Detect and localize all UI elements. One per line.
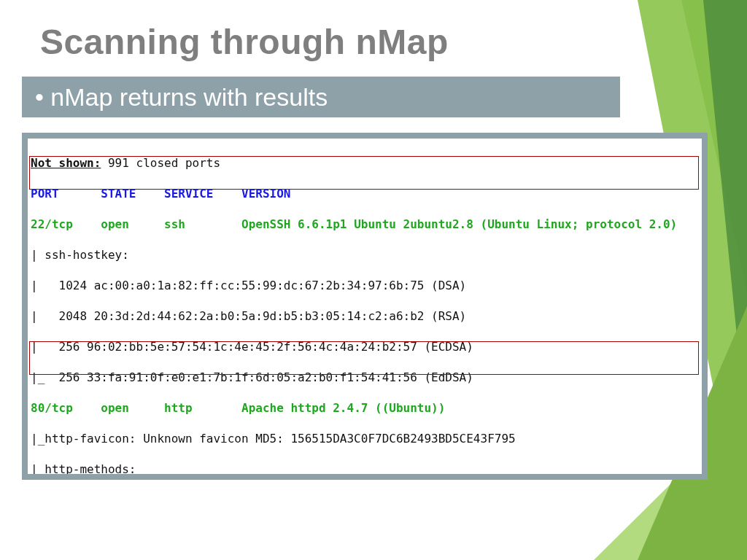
state-22: open bbox=[101, 217, 129, 231]
not-shown-label: Not shown: bbox=[31, 156, 101, 170]
terminal-container: Not shown: 991 closed ports PORT STATE S… bbox=[22, 133, 708, 480]
col-version: VERSION bbox=[241, 187, 290, 201]
http-methods-label: | http-methods: bbox=[31, 462, 699, 474]
terminal-output: Not shown: 991 closed ports PORT STATE S… bbox=[28, 139, 702, 474]
port-22: 22/tcp bbox=[31, 217, 73, 231]
col-port: PORT bbox=[31, 187, 59, 201]
state-80: open bbox=[101, 401, 129, 415]
slide-title: Scanning through nMap bbox=[40, 22, 449, 62]
svc-22: ssh bbox=[164, 217, 185, 231]
ssh-key-dsa: | 1024 ac:00:a0:1a:82:ff:cc:55:99:dc:67:… bbox=[31, 278, 699, 293]
ssh-key-eddsa: |_ 256 33:fa:91:0f:e0:e1:7b:1f:6d:05:a2:… bbox=[31, 370, 699, 385]
svg-marker-2 bbox=[703, 0, 747, 438]
slide: Scanning through nMap • nMap returns wit… bbox=[0, 0, 747, 560]
ssh-key-rsa: | 2048 20:3d:2d:44:62:2a:b0:5a:9d:b5:b3:… bbox=[31, 308, 699, 324]
not-shown-value: 991 closed ports bbox=[101, 156, 220, 170]
port-80: 80/tcp bbox=[31, 401, 73, 415]
ver-22: OpenSSH 6.6.1p1 Ubuntu 2ubuntu2.8 (Ubunt… bbox=[241, 217, 677, 231]
col-state: STATE bbox=[101, 187, 136, 201]
ver-80: Apache httpd 2.4.7 ((Ubuntu)) bbox=[241, 401, 445, 415]
ssh-hostkey-label: | ssh-hostkey: bbox=[31, 247, 699, 262]
col-service: SERVICE bbox=[164, 187, 213, 201]
ssh-key-ecdsa: | 256 96:02:bb:5e:57:54:1c:4e:45:2f:56:4… bbox=[31, 339, 699, 354]
http-favicon: |_http-favicon: Unknown favicon MD5: 156… bbox=[31, 431, 699, 446]
slide-subtitle: • nMap returns with results bbox=[22, 77, 620, 117]
svc-80: http bbox=[164, 401, 193, 415]
